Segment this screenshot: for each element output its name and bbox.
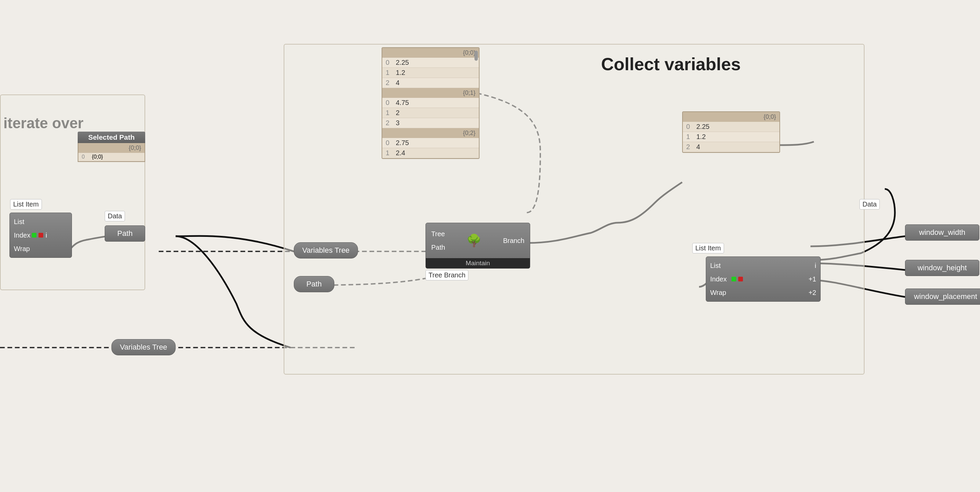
collect-variables-title: Collect variables — [601, 54, 741, 74]
val-01-0: 4.75 — [396, 99, 409, 106]
selected-path-row: {0;0} — [92, 154, 103, 160]
tree-branch-tooltip: Tree Branch — [425, 270, 468, 281]
index-label-1: Index — [14, 229, 31, 242]
selected-path-node: Selected Path {0;0} 0 {0;0} — [78, 132, 145, 162]
path-label: Path — [431, 241, 445, 254]
main-canvas: iterate over Collect variables Selected … — [0, 0, 980, 492]
plus1-label: +1 — [744, 272, 816, 286]
path-node-1-label: Path — [117, 229, 132, 238]
iterate-over-group — [0, 95, 145, 290]
list-index-wrap-node-2: List i Index +1 Wrap +2 — [706, 257, 821, 302]
val-00-0: 2.25 — [396, 59, 409, 67]
selected-path-header: {0;0} — [78, 143, 145, 153]
list-item-label-2: List Item — [692, 243, 724, 254]
val-00-1: 1.2 — [396, 69, 405, 76]
val-01-1: 2 — [396, 109, 399, 117]
window-placement-label: window_placement — [914, 292, 977, 301]
side-val-0: 2.25 — [696, 123, 710, 130]
list-label-2: List — [710, 259, 734, 272]
branch-label: Branch — [503, 234, 525, 248]
window-width-node: window_width — [905, 224, 979, 241]
path-node-1: Path — [105, 225, 145, 241]
collect-variables-group — [284, 44, 864, 375]
i-label-1: i — [46, 229, 47, 242]
panel-path-02: {0;2} — [382, 128, 479, 138]
i-label-2: i — [734, 259, 816, 272]
plus2-label: +2 — [730, 286, 816, 299]
window-width-label: window_width — [919, 228, 966, 236]
side-data-panel: {0;0} 02.25 11.2 24 — [682, 111, 780, 153]
index-label-2: Index — [710, 272, 730, 286]
maintain-label: Maintain — [426, 258, 530, 268]
selected-path-title: Selected Path — [78, 132, 145, 143]
side-val-2: 4 — [696, 143, 700, 151]
side-val-1: 1.2 — [696, 133, 706, 141]
variables-tree-2-label: Variables Tree — [120, 343, 167, 351]
list-label-1: List — [14, 215, 34, 229]
val-02-1: 2.4 — [396, 149, 405, 157]
val-01-2: 3 — [396, 119, 399, 127]
window-height-label: window_height — [918, 263, 967, 272]
path-node-2: Path — [294, 276, 334, 292]
tree-label: Tree — [431, 227, 445, 241]
list-index-wrap-node-1: List Index i Wrap — [10, 213, 72, 258]
variables-tree-node-1: Variables Tree — [294, 242, 358, 259]
main-data-panel: {0;0} 02.25 11.2 24 {0;1} 04.75 12 23 {0… — [382, 47, 479, 159]
tree-branch-node: Tree Path 🌳 Branch Maintain — [425, 223, 530, 268]
tree-icon: 🌳 — [466, 229, 482, 253]
variables-tree-node-2: Variables Tree — [111, 339, 176, 356]
wrap-label-2: Wrap — [710, 286, 730, 299]
val-00-2: 4 — [396, 79, 399, 87]
path-node-2-label: Path — [306, 280, 321, 288]
data-label-1: Data — [105, 211, 125, 221]
variables-tree-1-label: Variables Tree — [302, 246, 350, 254]
data-label-2: Data — [859, 199, 880, 209]
side-panel-path-00: {0;0} — [683, 112, 780, 122]
scrollbar[interactable] — [474, 51, 478, 61]
panel-path-01: {0;1} — [382, 88, 479, 98]
wrap-label-1: Wrap — [14, 242, 30, 256]
window-placement-node: window_placement — [905, 289, 980, 305]
panel-path-00: {0;0} — [382, 48, 479, 58]
val-02-0: 2.75 — [396, 139, 409, 147]
list-item-label-1: List Item — [10, 199, 42, 209]
window-height-node: window_height — [905, 260, 979, 276]
